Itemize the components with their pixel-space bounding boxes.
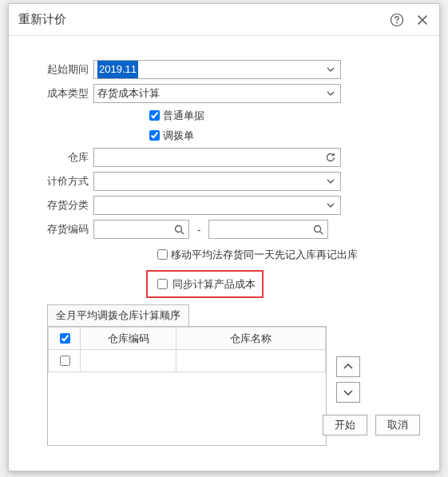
select-all-checkbox[interactable] (60, 333, 70, 344)
sync-highlight-box: 同步计算产品成本 (146, 270, 264, 298)
normal-doc-label: 普通单据 (163, 109, 204, 123)
svg-point-1 (396, 22, 398, 23)
row-pricing-method: 计价方式 (31, 172, 417, 191)
ma-check-label: 移动平均法存货同一天先记入库再记出库 (171, 248, 358, 262)
cost-type-value: 存货成本计算 (97, 85, 160, 102)
close-icon[interactable] (415, 13, 430, 27)
cell-name (176, 350, 326, 372)
dialog-body: 起始期间 2019.11 成本类型 存货成本计算 (9, 36, 439, 446)
row-warehouse: 仓库 (31, 148, 417, 167)
chevron-down-icon[interactable] (323, 84, 338, 103)
label-period: 起始期间 (31, 62, 93, 77)
reprice-dialog: 重新计价 起始期间 2019.11 (8, 3, 440, 471)
stock-category-select[interactable] (93, 196, 341, 215)
chevron-down-icon[interactable] (323, 60, 338, 79)
cell-code (81, 350, 176, 372)
col-select-header (49, 328, 81, 350)
label-warehouse: 仓库 (31, 150, 93, 165)
transfer-doc-checkbox[interactable] (149, 130, 160, 141)
row-stock-code: 存货编码 - (31, 220, 417, 239)
dialog-header: 重新计价 (9, 4, 439, 36)
header-icons (390, 13, 430, 27)
sync-check-label: 同步计算产品成本 (172, 277, 256, 292)
transfer-doc-label: 调拨单 (163, 129, 194, 143)
row-period: 起始期间 2019.11 (31, 60, 417, 79)
start-button[interactable]: 开始 (323, 415, 367, 435)
period-value: 2019.11 (97, 61, 138, 78)
search-icon[interactable] (172, 220, 186, 239)
label-stock-code: 存货编码 (31, 222, 93, 237)
row-stock-category: 存货分类 (31, 196, 417, 215)
move-up-button[interactable] (336, 356, 360, 377)
pricing-method-select[interactable] (93, 172, 341, 191)
normal-doc-checkbox[interactable] (149, 110, 160, 121)
help-icon[interactable] (390, 13, 404, 27)
row-cost-type: 成本类型 存货成本计算 (31, 84, 417, 103)
table-row[interactable] (49, 350, 326, 372)
tab-header: 全月平均调拨仓库计算顺序 (47, 304, 402, 326)
move-buttons (336, 356, 360, 403)
col-name-header: 仓库名称 (176, 328, 326, 350)
row-ma-check: 移动平均法存货同一天先记入库再记出库 (154, 247, 417, 262)
label-stock-category: 存货分类 (31, 198, 93, 213)
label-pricing-method: 计价方式 (31, 174, 93, 189)
move-down-button[interactable] (336, 382, 360, 403)
refresh-icon[interactable] (323, 148, 338, 167)
warehouse-order-table: 仓库编码 仓库名称 (47, 326, 327, 446)
label-cost-type: 成本类型 (31, 86, 93, 101)
row-normal-doc: 普通单据 (146, 108, 417, 123)
svg-point-2 (175, 225, 181, 232)
ma-checkbox[interactable] (157, 249, 168, 260)
warehouse-input[interactable] (93, 148, 341, 167)
period-select[interactable]: 2019.11 (93, 60, 341, 79)
cost-type-select[interactable]: 存货成本计算 (93, 84, 341, 103)
search-icon[interactable] (311, 220, 325, 239)
chevron-down-icon[interactable] (323, 172, 338, 191)
range-hyphen: - (194, 224, 204, 236)
chevron-down-icon (343, 389, 353, 396)
col-code-header: 仓库编码 (81, 328, 176, 350)
row-checkbox[interactable] (60, 356, 70, 366)
chevron-down-icon[interactable] (323, 196, 338, 215)
svg-point-3 (314, 225, 320, 232)
sync-product-cost-checkbox[interactable] (157, 279, 168, 289)
chevron-up-icon (343, 364, 353, 370)
dialog-footer: 开始 取消 (323, 415, 420, 435)
row-transfer-doc: 调拨单 (146, 128, 417, 143)
cancel-button[interactable]: 取消 (375, 415, 420, 435)
tab-sequence[interactable]: 全月平均调拨仓库计算顺序 (47, 304, 189, 326)
dialog-title: 重新计价 (18, 12, 390, 27)
